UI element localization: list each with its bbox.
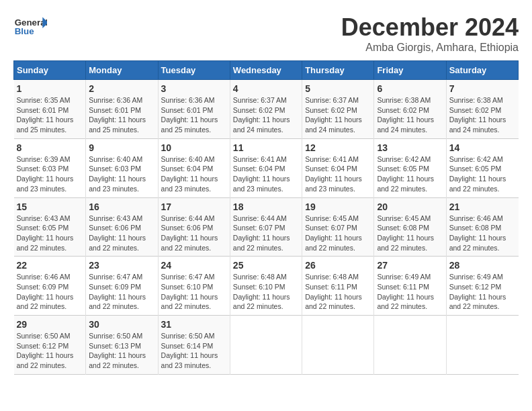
day-number: 28: [449, 260, 516, 271]
calendar-cell: [230, 316, 302, 375]
day-number: 9: [89, 142, 154, 153]
calendar-week-row: 1Sunrise: 6:35 AMSunset: 6:01 PMDaylight…: [14, 80, 519, 139]
calendar-cell: [374, 316, 446, 375]
day-info: Sunrise: 6:41 AMSunset: 6:04 PMDaylight:…: [305, 154, 371, 194]
day-number: 18: [233, 201, 299, 212]
day-info: Sunrise: 6:50 AMSunset: 6:13 PMDaylight:…: [89, 331, 154, 371]
day-info: Sunrise: 6:38 AMSunset: 6:02 PMDaylight:…: [377, 95, 443, 135]
column-header-sunday: Sunday: [14, 61, 86, 80]
day-info: Sunrise: 6:42 AMSunset: 6:05 PMDaylight:…: [377, 154, 443, 194]
day-number: 16: [89, 201, 154, 212]
day-info: Sunrise: 6:35 AMSunset: 6:01 PMDaylight:…: [17, 95, 83, 135]
day-number: 23: [89, 260, 154, 271]
day-number: 17: [161, 201, 227, 212]
title-block: December 2024 Amba Giorgis, Amhara, Ethi…: [341, 13, 519, 54]
day-info: Sunrise: 6:42 AMSunset: 6:05 PMDaylight:…: [449, 154, 516, 194]
calendar-cell: 30Sunrise: 6:50 AMSunset: 6:13 PMDayligh…: [86, 316, 158, 375]
day-info: Sunrise: 6:40 AMSunset: 6:04 PMDaylight:…: [161, 154, 227, 194]
calendar-cell: 1Sunrise: 6:35 AMSunset: 6:01 PMDaylight…: [14, 80, 86, 139]
calendar-cell: 12Sunrise: 6:41 AMSunset: 6:04 PMDayligh…: [302, 138, 374, 197]
calendar-cell: 7Sunrise: 6:38 AMSunset: 6:02 PMDaylight…: [446, 80, 518, 139]
day-info: Sunrise: 6:40 AMSunset: 6:03 PMDaylight:…: [89, 154, 154, 194]
column-header-saturday: Saturday: [446, 61, 518, 80]
day-number: 6: [377, 83, 443, 94]
calendar-cell: 20Sunrise: 6:45 AMSunset: 6:08 PMDayligh…: [374, 197, 446, 257]
calendar-cell: 26Sunrise: 6:48 AMSunset: 6:11 PMDayligh…: [302, 257, 374, 316]
calendar-cell: 21Sunrise: 6:46 AMSunset: 6:08 PMDayligh…: [446, 197, 518, 257]
day-number: 25: [233, 260, 299, 271]
day-info: Sunrise: 6:44 AMSunset: 6:07 PMDaylight:…: [233, 214, 299, 253]
day-number: 7: [449, 83, 516, 94]
day-info: Sunrise: 6:48 AMSunset: 6:11 PMDaylight:…: [305, 272, 371, 312]
calendar-cell: 5Sunrise: 6:37 AMSunset: 6:02 PMDaylight…: [302, 80, 374, 139]
day-info: Sunrise: 6:37 AMSunset: 6:02 PMDaylight:…: [233, 95, 299, 135]
calendar-week-row: 8Sunrise: 6:39 AMSunset: 6:03 PMDaylight…: [14, 138, 519, 197]
day-info: Sunrise: 6:38 AMSunset: 6:02 PMDaylight:…: [449, 95, 516, 135]
day-info: Sunrise: 6:48 AMSunset: 6:10 PMDaylight:…: [233, 272, 299, 312]
day-number: 24: [161, 260, 227, 271]
calendar-cell: 31Sunrise: 6:50 AMSunset: 6:14 PMDayligh…: [158, 316, 230, 375]
day-number: 14: [449, 142, 516, 153]
calendar-cell: 9Sunrise: 6:40 AMSunset: 6:03 PMDaylight…: [86, 138, 158, 197]
header-row: SundayMondayTuesdayWednesdayThursdayFrid…: [14, 61, 519, 80]
day-number: 5: [305, 83, 371, 94]
day-number: 26: [305, 260, 371, 271]
calendar-week-row: 29Sunrise: 6:50 AMSunset: 6:12 PMDayligh…: [14, 316, 519, 375]
day-number: 15: [17, 201, 83, 212]
calendar-cell: 28Sunrise: 6:49 AMSunset: 6:12 PMDayligh…: [446, 257, 518, 316]
day-info: Sunrise: 6:49 AMSunset: 6:11 PMDaylight:…: [377, 272, 443, 312]
day-number: 31: [161, 319, 227, 330]
day-info: Sunrise: 6:50 AMSunset: 6:12 PMDaylight:…: [17, 331, 83, 371]
day-info: Sunrise: 6:36 AMSunset: 6:01 PMDaylight:…: [161, 95, 227, 135]
column-header-friday: Friday: [374, 61, 446, 80]
column-header-tuesday: Tuesday: [158, 61, 230, 80]
calendar-cell: 15Sunrise: 6:43 AMSunset: 6:05 PMDayligh…: [14, 197, 86, 257]
day-number: 2: [89, 83, 154, 94]
calendar-cell: 13Sunrise: 6:42 AMSunset: 6:05 PMDayligh…: [374, 138, 446, 197]
calendar-table: SundayMondayTuesdayWednesdayThursdayFrid…: [13, 60, 519, 375]
calendar-cell: 24Sunrise: 6:47 AMSunset: 6:10 PMDayligh…: [158, 257, 230, 316]
calendar-cell: 22Sunrise: 6:46 AMSunset: 6:09 PMDayligh…: [14, 257, 86, 316]
logo: General Blue: [13, 13, 50, 40]
day-info: Sunrise: 6:50 AMSunset: 6:14 PMDaylight:…: [161, 331, 227, 371]
calendar-cell: 6Sunrise: 6:38 AMSunset: 6:02 PMDaylight…: [374, 80, 446, 139]
calendar-cell: 3Sunrise: 6:36 AMSunset: 6:01 PMDaylight…: [158, 80, 230, 139]
calendar-cell: 29Sunrise: 6:50 AMSunset: 6:12 PMDayligh…: [14, 316, 86, 375]
day-info: Sunrise: 6:46 AMSunset: 6:08 PMDaylight:…: [449, 214, 516, 253]
calendar-week-row: 15Sunrise: 6:43 AMSunset: 6:05 PMDayligh…: [14, 197, 519, 257]
calendar-cell: 27Sunrise: 6:49 AMSunset: 6:11 PMDayligh…: [374, 257, 446, 316]
day-info: Sunrise: 6:39 AMSunset: 6:03 PMDaylight:…: [17, 154, 83, 194]
day-number: 22: [17, 260, 83, 271]
calendar-cell: 16Sunrise: 6:43 AMSunset: 6:06 PMDayligh…: [86, 197, 158, 257]
day-number: 20: [377, 201, 443, 212]
day-info: Sunrise: 6:45 AMSunset: 6:07 PMDaylight:…: [305, 214, 371, 253]
day-number: 3: [161, 83, 227, 94]
location-subtitle: Amba Giorgis, Amhara, Ethiopia: [341, 42, 519, 54]
calendar-cell: 19Sunrise: 6:45 AMSunset: 6:07 PMDayligh…: [302, 197, 374, 257]
calendar-cell: 25Sunrise: 6:48 AMSunset: 6:10 PMDayligh…: [230, 257, 302, 316]
day-info: Sunrise: 6:37 AMSunset: 6:02 PMDaylight:…: [305, 95, 371, 135]
day-number: 11: [233, 142, 299, 153]
month-title: December 2024: [341, 13, 519, 42]
column-header-thursday: Thursday: [302, 61, 374, 80]
day-info: Sunrise: 6:47 AMSunset: 6:09 PMDaylight:…: [89, 272, 154, 312]
day-number: 19: [305, 201, 371, 212]
day-number: 27: [377, 260, 443, 271]
calendar-cell: 14Sunrise: 6:42 AMSunset: 6:05 PMDayligh…: [446, 138, 518, 197]
svg-text:Blue: Blue: [15, 26, 34, 36]
calendar-cell: [446, 316, 518, 375]
day-info: Sunrise: 6:41 AMSunset: 6:04 PMDaylight:…: [233, 154, 299, 194]
day-number: 10: [161, 142, 227, 153]
calendar-cell: 23Sunrise: 6:47 AMSunset: 6:09 PMDayligh…: [86, 257, 158, 316]
day-info: Sunrise: 6:36 AMSunset: 6:01 PMDaylight:…: [89, 95, 154, 135]
day-number: 30: [89, 319, 154, 330]
calendar-cell: 2Sunrise: 6:36 AMSunset: 6:01 PMDaylight…: [86, 80, 158, 139]
calendar-cell: 4Sunrise: 6:37 AMSunset: 6:02 PMDaylight…: [230, 80, 302, 139]
day-number: 13: [377, 142, 443, 153]
calendar-week-row: 22Sunrise: 6:46 AMSunset: 6:09 PMDayligh…: [14, 257, 519, 316]
calendar-cell: 10Sunrise: 6:40 AMSunset: 6:04 PMDayligh…: [158, 138, 230, 197]
day-number: 21: [449, 201, 516, 212]
column-header-wednesday: Wednesday: [230, 61, 302, 80]
calendar-cell: 18Sunrise: 6:44 AMSunset: 6:07 PMDayligh…: [230, 197, 302, 257]
day-number: 29: [17, 319, 83, 330]
